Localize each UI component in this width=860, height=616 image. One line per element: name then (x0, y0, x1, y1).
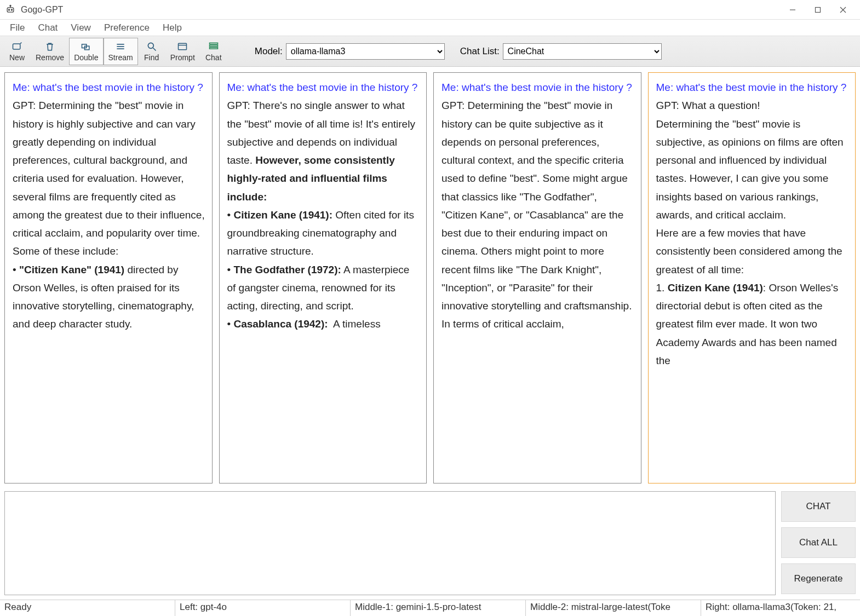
minimize-button[interactable] (780, 1, 805, 19)
double-button[interactable]: Double (69, 38, 103, 65)
status-ready: Ready (0, 600, 175, 616)
double-icon (80, 41, 92, 53)
search-icon (146, 41, 158, 53)
status-left: Left: gpt-4o (175, 600, 351, 616)
chatlist-select[interactable]: CineChat (503, 43, 662, 60)
toolbar: New Remove Double Stream Find Prompt C (0, 36, 860, 67)
new-label: New (9, 53, 25, 62)
svg-rect-17 (179, 43, 187, 50)
svg-rect-6 (816, 7, 821, 12)
model-select[interactable]: ollama-llama3 (286, 43, 445, 60)
status-mid1: Middle-1: gemini-1.5-pro-latest (351, 600, 526, 616)
svg-rect-9 (13, 44, 20, 49)
menu-help[interactable]: Help (156, 20, 188, 36)
svg-rect-20 (209, 45, 217, 47)
chat-pane-3[interactable]: Me: what's the best movie in the history… (433, 72, 641, 483)
new-button[interactable]: New (3, 38, 31, 65)
stream-icon (114, 41, 127, 53)
chat-input[interactable] (4, 491, 776, 595)
find-button[interactable]: Find (138, 38, 165, 65)
title-bar: Gogo-GPT (0, 0, 860, 20)
status-mid2: Middle-2: mistral-large-latest(Toke (526, 600, 701, 616)
new-icon (11, 41, 23, 53)
window-title: Gogo-GPT (21, 5, 63, 15)
chatlist-field: Chat List: CineChat (460, 43, 662, 60)
user-message: Me: what's the best movie in the history… (656, 78, 849, 96)
maximize-button[interactable] (805, 1, 830, 19)
menu-file[interactable]: File (3, 20, 31, 36)
remove-button[interactable]: Remove (31, 38, 69, 65)
svg-line-16 (153, 48, 156, 51)
remove-label: Remove (36, 53, 64, 62)
menu-chat[interactable]: Chat (31, 20, 64, 36)
menu-view[interactable]: View (64, 20, 98, 36)
svg-point-15 (148, 43, 153, 48)
chat-panes: Me: what's the best movie in the history… (0, 67, 860, 488)
user-message: Me: what's the best movie in the history… (442, 78, 634, 96)
chat-pane-1[interactable]: Me: what's the best movie in the history… (4, 72, 213, 483)
trash-icon (44, 41, 56, 53)
model-field: Model: ollama-llama3 (255, 43, 445, 60)
close-button[interactable] (830, 1, 856, 19)
double-label: Double (74, 53, 98, 62)
chat-send-button[interactable]: CHAT (781, 491, 856, 522)
gpt-message: GPT: There's no single answer to what th… (227, 96, 420, 333)
status-right: Right: ollama-llama3(Token: 21, (701, 600, 860, 616)
chat-button[interactable]: Chat (200, 38, 227, 65)
find-label: Find (144, 53, 159, 62)
svg-point-1 (8, 9, 9, 10)
prompt-icon (176, 41, 188, 53)
gpt-message: GPT: What a question!Determining the "be… (656, 96, 849, 370)
regenerate-button[interactable]: Regenerate (781, 563, 856, 594)
chatlist-label: Chat List: (460, 46, 500, 57)
user-message: Me: what's the best movie in the history… (13, 78, 205, 96)
svg-rect-19 (209, 43, 217, 44)
menu-preference[interactable]: Preference (98, 20, 156, 36)
svg-rect-21 (209, 48, 217, 49)
chat-all-button[interactable]: Chat ALL (781, 527, 856, 558)
model-label: Model: (255, 46, 283, 57)
chat-icon (208, 41, 220, 53)
input-row: CHAT Chat ALL Regenerate (0, 488, 860, 600)
status-bar: Ready Left: gpt-4o Middle-1: gemini-1.5-… (0, 600, 860, 616)
chat-pane-2[interactable]: Me: what's the best movie in the history… (219, 72, 427, 483)
side-buttons: CHAT Chat ALL Regenerate (781, 491, 856, 595)
gpt-message: GPT: Determining the "best" movie in his… (13, 96, 205, 333)
gpt-message: GPT: Determining the "best" movie in his… (442, 96, 634, 333)
stream-button[interactable]: Stream (104, 38, 138, 65)
chat-toolbar-label: Chat (205, 53, 222, 62)
prompt-label: Prompt (170, 53, 195, 62)
svg-point-2 (11, 9, 12, 10)
chat-pane-4[interactable]: Me: what's the best movie in the history… (648, 72, 856, 483)
prompt-button[interactable]: Prompt (165, 38, 200, 65)
stream-label: Stream (108, 53, 133, 62)
app-icon (4, 4, 16, 16)
menu-bar: File Chat View Preference Help (0, 20, 860, 36)
user-message: Me: what's the best movie in the history… (227, 78, 420, 96)
